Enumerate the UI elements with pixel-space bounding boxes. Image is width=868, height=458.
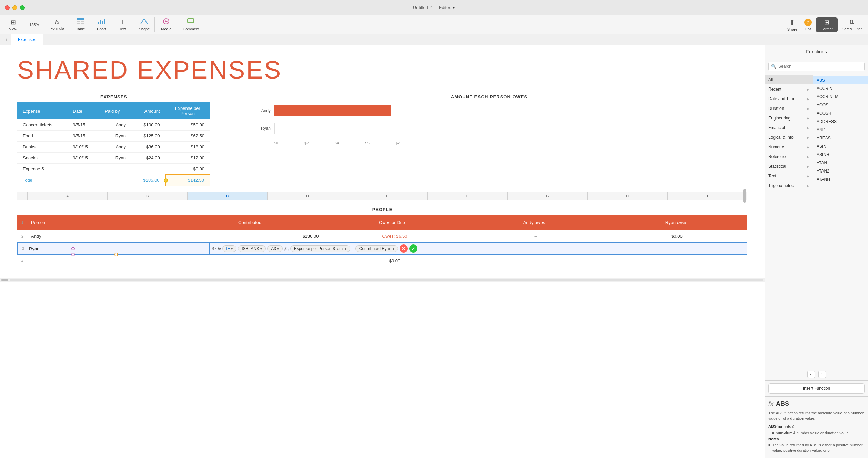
- function-atan2[interactable]: ATAN2: [813, 167, 868, 175]
- svg-rect-6: [100, 20, 101, 24]
- formula-button[interactable]: fx Formula: [48, 18, 67, 32]
- function-asin[interactable]: ASIN: [813, 142, 868, 150]
- function-acos[interactable]: ACOS: [813, 101, 868, 109]
- search-input[interactable]: [768, 62, 865, 71]
- cell-ref-display: $ •: [212, 246, 216, 251]
- category-numeric[interactable]: Numeric ▶: [765, 142, 813, 152]
- people-title: PEOPLE: [17, 207, 747, 212]
- main-title: SHARED EXPENSES: [17, 56, 747, 84]
- sheet-tab-expenses[interactable]: Expenses: [11, 34, 43, 45]
- pagination-row: ‹ ›: [765, 368, 868, 381]
- functions-list: ABS ACCRINT ACCRINTM ACOS ACOSH ADDRESS …: [813, 75, 868, 368]
- function-accrintm[interactable]: ACCRINTM: [813, 93, 868, 101]
- search-box: 🔍: [768, 62, 865, 71]
- row4-owes[interactable]: $0.00: [324, 258, 465, 263]
- category-date-time[interactable]: Date and Time ▶: [765, 94, 813, 104]
- category-text[interactable]: Text ▶: [765, 171, 813, 181]
- media-button[interactable]: Media: [158, 17, 174, 32]
- note-item: ■ The value returned by ABS is either a …: [768, 443, 865, 453]
- category-financial[interactable]: Financial ▶: [765, 123, 813, 133]
- comment-group: Comment: [178, 17, 204, 32]
- ryan-name[interactable]: Ryan: [26, 243, 210, 254]
- function-acosh[interactable]: ACOSH: [813, 109, 868, 117]
- function-areas[interactable]: AREAS: [813, 134, 868, 142]
- category-logical-info[interactable]: Logical & Info ▶: [765, 133, 813, 142]
- andy-name[interactable]: Andy: [26, 233, 178, 239]
- function-atanh[interactable]: ATANH: [813, 175, 868, 184]
- comment-button[interactable]: Comment: [180, 17, 202, 32]
- close-button[interactable]: [5, 5, 10, 10]
- sheet-tabs: + Expenses: [0, 34, 868, 45]
- category-engineering[interactable]: Engineering ▶: [765, 113, 813, 123]
- category-all[interactable]: All: [765, 75, 813, 84]
- main-layout: SHARED EXPENSES EXPENSES Expense Date Pa…: [0, 45, 868, 458]
- notes-title: Notes: [768, 437, 865, 441]
- bottom-scroll[interactable]: [0, 278, 765, 282]
- view-group: ⊞ View: [3, 17, 23, 32]
- col-H: H: [588, 192, 668, 200]
- prev-page-button[interactable]: ‹: [807, 371, 815, 378]
- bar-row-andy: Andy: [252, 105, 747, 116]
- category-trigonometric[interactable]: Trigonometric ▶: [765, 181, 813, 190]
- table-row: Concert tickets 9/5/15 Andy $100.00 $50.…: [17, 119, 210, 131]
- a3-pill[interactable]: A3 ▾: [267, 245, 283, 252]
- categories-functions: All Recent ▶ Date and Time ▶ Duration ▶ …: [765, 75, 868, 368]
- zoom-button[interactable]: 125%: [27, 21, 42, 28]
- horizontal-scrollbar[interactable]: [10, 279, 763, 281]
- category-duration[interactable]: Duration ▶: [765, 104, 813, 113]
- categories-list: All Recent ▶ Date and Time ▶ Duration ▶ …: [765, 75, 813, 368]
- function-asinh[interactable]: ASINH: [813, 150, 868, 159]
- func-name-row: fx ABS: [768, 400, 865, 407]
- category-statistical[interactable]: Statistical ▶: [765, 162, 813, 171]
- chart-button[interactable]: Chart: [94, 17, 109, 32]
- toolbar: ⊞ View 125% fx Formula Table Chart: [0, 15, 868, 34]
- cancel-button[interactable]: ✕: [400, 244, 408, 253]
- maximize-button[interactable]: [20, 5, 25, 10]
- bar-chart: Andy Ryan $0 $2 $4 $5: [231, 105, 747, 155]
- text-button[interactable]: T Text: [115, 17, 130, 32]
- func-name: ABS: [776, 400, 789, 407]
- if-pill[interactable]: IF ▾: [222, 245, 236, 252]
- view-icon: ⊞: [11, 19, 16, 26]
- expenses-section: EXPENSES Expense Date Paid by Amount Exp…: [17, 94, 210, 186]
- formula-inline: $ • fx IF ▾ ISBLANK ▾ A3 ▾ ,0, Expense p…: [210, 244, 747, 253]
- function-accrint[interactable]: ACCRINT: [813, 84, 868, 93]
- row-num-header: 1: [17, 220, 26, 225]
- insert-function-button[interactable]: Insert Function: [768, 383, 865, 394]
- category-recent[interactable]: Recent ▶: [765, 84, 813, 94]
- tips-button[interactable]: ? Tips: [801, 17, 815, 32]
- people-row-4: 4 $0.00: [17, 255, 747, 267]
- col-I: I: [668, 192, 747, 200]
- andy-owes[interactable]: Owes: $6.50: [324, 233, 465, 239]
- people-col-owes: Owes or Due: [321, 220, 463, 225]
- format-button[interactable]: ⊞ Format: [816, 17, 838, 32]
- sort-filter-button[interactable]: ⇅ Sort & Filter: [839, 17, 865, 32]
- col-expense-per-person: Expense perPerson: [165, 102, 210, 119]
- share-button[interactable]: ⬆ Share: [785, 17, 800, 33]
- add-sheet-button[interactable]: +: [1, 35, 11, 45]
- minimize-button[interactable]: [12, 5, 17, 10]
- confirm-button[interactable]: ✓: [409, 244, 417, 253]
- function-address[interactable]: ADDRESS: [813, 117, 868, 126]
- svg-marker-9: [141, 19, 148, 24]
- expense-per-person-pill[interactable]: Expense per Person $Total ▾: [290, 245, 350, 252]
- bar-andy: [274, 105, 391, 116]
- svg-rect-1: [77, 21, 80, 22]
- shape-button[interactable]: Shape: [136, 17, 152, 32]
- spreadsheet-area[interactable]: SHARED EXPENSES EXPENSES Expense Date Pa…: [0, 45, 765, 458]
- view-button[interactable]: ⊞ View: [6, 17, 21, 32]
- isblank-pill[interactable]: ISBLANK ▾: [238, 245, 266, 252]
- function-abs[interactable]: ABS: [813, 76, 868, 84]
- function-and[interactable]: AND: [813, 126, 868, 134]
- next-page-button[interactable]: ›: [818, 371, 826, 378]
- table-button[interactable]: Table: [73, 17, 88, 32]
- tables-row: EXPENSES Expense Date Paid by Amount Exp…: [17, 94, 747, 186]
- andy-ryan-owes[interactable]: $0.00: [606, 233, 747, 239]
- category-reference[interactable]: Reference ▶: [765, 152, 813, 162]
- contributed-ryan-pill[interactable]: Contributed Ryan ▾: [355, 245, 398, 252]
- shape-icon: [140, 18, 148, 26]
- function-atan[interactable]: ATAN: [813, 159, 868, 167]
- col-B: B: [108, 192, 188, 200]
- andy-contributed[interactable]: $136.00: [178, 233, 324, 239]
- andy-andy-owes[interactable]: –: [465, 233, 606, 239]
